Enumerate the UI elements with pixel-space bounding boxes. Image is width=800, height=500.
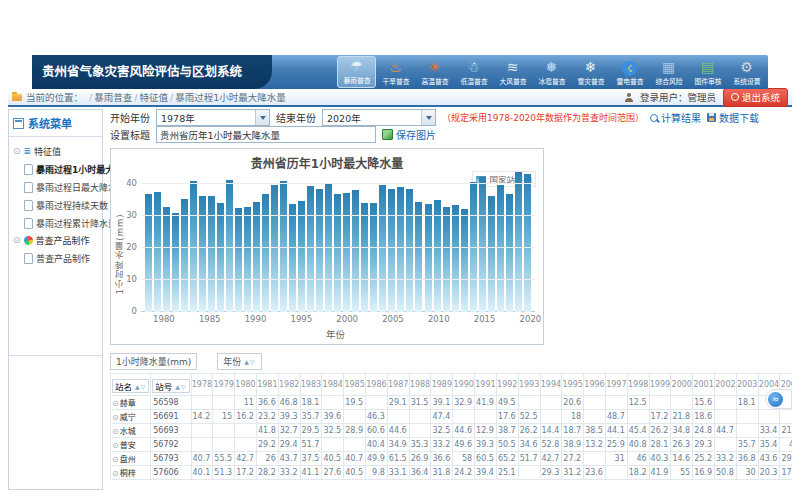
value-cell: 31.8 <box>431 466 453 480</box>
nav-item-snow-survey[interactable]: ❄雪灾普查 <box>571 56 610 88</box>
sidebar-group-survey-products[interactable]: ⊙普查产品制作 <box>11 232 100 249</box>
header-nav: ☂暴雨普查♨干旱普查☀高温普查☃低温普查≋大风普查❅冰雹普查❄雪灾普查☇雷电普查… <box>337 56 766 88</box>
value-cell: 32.7 <box>278 424 300 438</box>
bar-1978 <box>145 194 152 312</box>
value-cell: 52.8 <box>540 438 562 452</box>
value-cell <box>409 410 431 424</box>
bar-1981 <box>172 213 179 312</box>
value-cell: 40.7 <box>344 452 366 466</box>
y-tick-label: 0 <box>117 306 137 316</box>
calc-result-label: 计算结果 <box>661 110 701 125</box>
year-column-header: 1980 <box>235 374 257 396</box>
search-icon <box>650 114 658 122</box>
end-year-select[interactable]: 2020年 <box>322 109 436 126</box>
nav-item-low-temp-survey[interactable]: ☃低温普查 <box>454 56 493 88</box>
logout-button[interactable]: 退出系统 <box>723 88 788 107</box>
radio-icon[interactable]: ⊙ <box>112 441 119 450</box>
value-cell: 52.5 <box>518 410 540 424</box>
data-download-link[interactable]: 数据下载 <box>707 110 759 125</box>
floating-widget[interactable]: ≈ <box>765 389 792 409</box>
year-column-header: 2001 <box>693 374 715 396</box>
year-column-header: 1988 <box>409 374 431 396</box>
value-cell <box>780 410 792 424</box>
nav-item-hail-survey[interactable]: ❅冰雹普查 <box>532 56 571 88</box>
user-icon <box>625 93 633 102</box>
radio-icon[interactable]: ⊙ <box>112 399 119 408</box>
folder-icon <box>12 94 22 101</box>
value-cell: 40.5 <box>344 466 366 480</box>
station-id-cell: 56598 <box>151 396 191 410</box>
value-cell <box>213 424 235 438</box>
chevron-down-icon[interactable] <box>255 110 269 125</box>
bar-2002 <box>361 203 368 312</box>
value-cell: 32.9 <box>453 396 475 410</box>
table-row: ⊙普安5679229.229.451.740.434.935.333.249.6… <box>111 438 793 452</box>
x-tick-label: 1995 <box>291 314 313 324</box>
expand-icon[interactable]: ⊙ <box>13 147 21 156</box>
value-cell: 29.1 <box>387 396 409 410</box>
sidebar-item-product-making[interactable]: 普查产品制作 <box>11 249 100 267</box>
nav-item-comprehensive-risk[interactable]: ▦综合风险 <box>649 56 688 88</box>
year-column-header: 1993 <box>518 374 540 396</box>
value-cell: 15.6 <box>693 396 715 410</box>
power-icon <box>731 93 739 101</box>
breadcrumb-item[interactable]: 特征值 <box>139 92 168 103</box>
breadcrumb-item[interactable]: 暴雨普查 <box>94 92 132 103</box>
station-name: 普安 <box>120 441 136 450</box>
value-cell: 47.4 <box>431 410 453 424</box>
nav-item-rainstorm-survey[interactable]: ☂暴雨普查 <box>337 56 376 88</box>
year-column-header: 1999 <box>649 374 671 396</box>
value-cell: 17.2 <box>649 410 671 424</box>
bar-1984 <box>199 196 206 313</box>
chart-title-input[interactable]: 贵州省历年1小时最大降水量 <box>156 126 376 143</box>
value-cell: 40.1 <box>191 466 213 480</box>
bar-2008 <box>415 202 422 312</box>
station-name-header-sort[interactable]: 站名▲▽ <box>112 379 149 393</box>
radio-icon[interactable]: ⊙ <box>112 469 119 478</box>
gridline <box>141 279 535 280</box>
bar-2004 <box>379 185 386 312</box>
nav-item-lightning-survey[interactable]: ☇雷电普查 <box>610 56 649 88</box>
sidebar-item-max-daily-precip[interactable]: 暴雨过程日最大降水量 <box>11 178 100 196</box>
nav-item-wind-survey[interactable]: ≋大风普查 <box>493 56 532 88</box>
sidebar-item-max-1h-precip[interactable]: 暴雨过程1小时最大降水量 <box>11 160 100 178</box>
value-cell: 20.3 <box>758 466 780 480</box>
value-cell: 40.8 <box>627 438 649 452</box>
gridline <box>141 215 535 216</box>
nav-item-system-settings[interactable]: ⚙系统设置 <box>727 56 766 88</box>
breadcrumb-item[interactable]: 暴雨过程1小时最大降水量 <box>175 92 286 103</box>
station-id-header: 站号▲▽ <box>151 374 191 396</box>
x-axis-label: 年份 <box>326 327 345 341</box>
expand-icon[interactable]: ⊙ <box>13 236 21 245</box>
nav-item-drought-survey[interactable]: ♨干旱普查 <box>376 56 415 88</box>
nav-item-high-temp-survey[interactable]: ☀高温普查 <box>415 56 454 88</box>
value-cell <box>191 424 213 438</box>
sidebar-item-duration-days[interactable]: 暴雨过程持续天数 <box>11 196 100 214</box>
sidebar-group-feature-values[interactable]: ⊙≣特征值 <box>11 143 100 160</box>
year-sort-box[interactable]: 年份 ▲▽ <box>217 353 261 370</box>
value-cell: 33.2 <box>431 438 453 452</box>
value-cell: 13.2 <box>584 438 606 452</box>
value-cell: 48.7 <box>605 410 627 424</box>
radio-icon[interactable]: ⊙ <box>112 413 119 422</box>
value-cell: 23.6 <box>584 466 606 480</box>
sort-arrows-icon: ▲▽ <box>135 383 146 390</box>
value-cell: 29.3 <box>693 438 715 452</box>
value-cell: 40.4 <box>366 438 388 452</box>
value-cell: 41.1 <box>300 466 322 480</box>
calc-result-link[interactable]: 计算结果 <box>650 110 701 125</box>
nav-item-label: 雷电普查 <box>616 77 643 86</box>
save-image-link[interactable]: 保存图片 <box>382 127 436 142</box>
nav-item-map-review[interactable]: ▤图件审核 <box>688 56 727 88</box>
chevron-down-icon[interactable] <box>421 110 435 125</box>
nav-item-label: 雪灾普查 <box>577 77 604 86</box>
table-section: 1小时降水量(mm) 年份 ▲▽ 站名▲▽站号▲▽197819791980198… <box>110 353 792 480</box>
start-year-select[interactable]: 1978年 <box>156 109 270 126</box>
sidebar-item-accumulated-precip[interactable]: 暴雨过程累计降水量 <box>11 214 100 232</box>
radio-icon[interactable]: ⊙ <box>112 427 119 436</box>
x-tick-label: 1980 <box>153 314 175 324</box>
nav-item-label: 冰雹普查 <box>538 77 565 86</box>
value-cell: 26.2 <box>649 424 671 438</box>
radio-icon[interactable]: ⊙ <box>112 455 119 464</box>
station-id-header-sort[interactable]: 站号▲▽ <box>152 379 189 393</box>
